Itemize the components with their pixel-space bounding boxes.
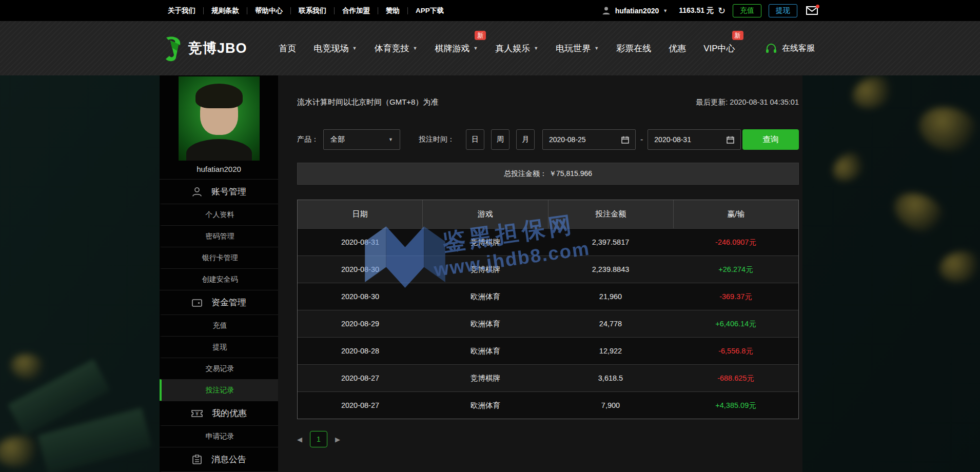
online-service[interactable]: 在线客服: [765, 43, 815, 54]
prev-page-icon[interactable]: ◀: [297, 436, 302, 443]
sidebar-item-security-code[interactable]: 创建安全码: [160, 268, 278, 290]
new-badge: 新: [732, 31, 743, 40]
avatar[interactable]: [179, 76, 260, 161]
logo-text: 竞博JBO: [188, 39, 247, 57]
product-select[interactable]: 全部 ▼: [323, 129, 400, 150]
withdraw-button[interactable]: 提现: [769, 4, 797, 17]
timezone-notice: 流水计算时间以北京时间（GMT+8）为准: [297, 97, 438, 107]
wallet-icon: [191, 297, 203, 308]
nav-item-sports[interactable]: 体育竞技▼: [374, 43, 417, 54]
sidebar-section-account[interactable]: 账号管理: [160, 179, 278, 204]
col-header-amount: 投注金额: [548, 200, 673, 228]
sidebar-section-announcements[interactable]: 消息公告: [160, 447, 278, 471]
table-row: 2020-08-31竞博棋牌2,397.5817-246.0907元: [298, 228, 798, 255]
sidebar-item-withdraw[interactable]: 提现: [160, 336, 278, 358]
sidebar-item-bank-cards[interactable]: 银行卡管理: [160, 247, 278, 268]
svg-text:¥: ¥: [195, 410, 199, 416]
calendar-icon: [727, 136, 734, 144]
date-to-input[interactable]: 2020-08-31: [648, 129, 741, 150]
balance-amount: 1163.51 元: [679, 6, 714, 15]
page-number[interactable]: 1: [310, 431, 327, 447]
chevron-down-icon[interactable]: ▼: [663, 8, 668, 13]
result-cell: +4,385.09元: [673, 401, 798, 410]
top-link-help[interactable]: 帮助中心: [247, 7, 291, 14]
result-cell: -6,556.8元: [673, 346, 798, 356]
user-icon: [601, 6, 611, 15]
top-link-rules[interactable]: 规则条款: [204, 7, 247, 14]
table-row: 2020-08-30欧洲体育21,960-369.37元: [298, 283, 798, 310]
search-button[interactable]: 查询: [742, 129, 799, 150]
top-link-sponsor[interactable]: 赞助: [378, 7, 408, 14]
content-wrapper: hufatian2020 账号管理 个人资料 密码管理 银行卡管理 创建安全码 …: [160, 75, 802, 472]
coupon-icon: ¥: [191, 408, 203, 419]
top-link-about[interactable]: 关于我们: [160, 7, 204, 14]
total-value: ￥75,815.966: [549, 169, 592, 179]
period-month-button[interactable]: 月: [516, 129, 535, 150]
result-cell: -246.0907元: [673, 238, 798, 247]
sidebar-section-promos[interactable]: ¥ 我的优惠: [160, 401, 278, 425]
calendar-icon: [621, 136, 629, 144]
sidebar-item-password[interactable]: 密码管理: [160, 225, 278, 247]
bet-time-label: 投注时间：: [419, 135, 455, 144]
chevron-down-icon: ▼: [388, 137, 393, 142]
deposit-button[interactable]: 充值: [733, 4, 761, 17]
sidebar-item-applications[interactable]: 申请记录: [160, 425, 278, 447]
notice-icon: [191, 454, 203, 465]
col-header-result: 赢/输: [673, 200, 798, 228]
result-cell: +26.274元: [673, 265, 798, 274]
chevron-down-icon: ▼: [594, 46, 599, 51]
nav-menu: 首页 电竞现场▼ 体育竞技▼ 棋牌游戏▼新 真人娱乐▼ 电玩世界▼ 彩票在线 优…: [279, 43, 735, 54]
nav-item-lottery[interactable]: 彩票在线: [616, 43, 651, 54]
nav-item-card-games[interactable]: 棋牌游戏▼新: [435, 43, 478, 54]
chevron-down-icon: ▼: [534, 46, 538, 51]
total-bet-bar: 总投注金额： ￥75,815.966: [297, 163, 799, 185]
result-cell: +6,406.14元: [673, 319, 798, 329]
sidebar-item-bet-records[interactable]: 投注记录: [160, 379, 278, 401]
bet-records-table: 日期 游戏 投注金额 赢/输 2020-08-31竞博棋牌2,397.5817-…: [297, 200, 799, 419]
top-link-app-download[interactable]: APP下载: [408, 7, 452, 14]
messages-icon[interactable]: [806, 6, 818, 15]
logo-icon: [160, 35, 184, 62]
new-badge: 新: [475, 31, 486, 40]
sidebar-item-profile[interactable]: 个人资料: [160, 204, 278, 225]
result-cell: -369.37元: [673, 292, 798, 302]
chevron-down-icon: ▼: [473, 46, 478, 51]
top-links: 关于我们 规则条款 帮助中心 联系我们 合作加盟 赞助 APP下载: [160, 7, 452, 14]
result-cell: -688.625元: [673, 373, 798, 383]
top-link-contact[interactable]: 联系我们: [291, 7, 335, 14]
period-week-button[interactable]: 周: [491, 129, 509, 150]
next-page-icon[interactable]: ▶: [335, 436, 340, 443]
site-logo[interactable]: 竞博JBO: [160, 35, 247, 62]
sidebar: hufatian2020 账号管理 个人资料 密码管理 银行卡管理 创建安全码 …: [160, 75, 278, 472]
sidebar-item-transactions[interactable]: 交易记录: [160, 358, 278, 379]
date-range-dash: -: [640, 135, 643, 144]
nav-item-vip[interactable]: VIP中心新: [703, 43, 735, 54]
chevron-down-icon: ▼: [352, 46, 357, 51]
refresh-balance-icon[interactable]: ↻: [718, 7, 726, 15]
col-header-date: 日期: [298, 200, 422, 228]
top-link-affiliate[interactable]: 合作加盟: [335, 7, 378, 14]
main-nav: 竞博JBO 首页 电竞现场▼ 体育竞技▼ 棋牌游戏▼新 真人娱乐▼ 电玩世界▼ …: [0, 21, 980, 75]
nav-item-esports-live[interactable]: 电竞现场▼: [314, 43, 357, 54]
nav-item-home[interactable]: 首页: [279, 43, 297, 54]
nav-item-promotions[interactable]: 优惠: [669, 43, 686, 54]
total-label: 总投注金额：: [504, 169, 547, 179]
period-day-button[interactable]: 日: [466, 129, 484, 150]
product-label: 产品：: [297, 135, 319, 144]
table-row: 2020-08-30竞博棋牌2,239.8843+26.274元: [298, 255, 798, 283]
date-from-input[interactable]: 2020-08-25: [542, 129, 636, 150]
nav-item-arcade[interactable]: 电玩世界▼: [556, 43, 599, 54]
sidebar-section-funds[interactable]: 资金管理: [160, 290, 278, 314]
table-body: 2020-08-31竞博棋牌2,397.5817-246.0907元 2020-…: [298, 228, 798, 419]
table-row: 2020-08-27欧洲体育7,900+4,385.09元: [298, 391, 798, 419]
sidebar-item-deposit[interactable]: 充值: [160, 314, 278, 336]
username[interactable]: hufatian2020: [615, 7, 659, 15]
filter-bar: 产品： 全部 ▼ 投注时间： 日 周 月 2020-08-25 - 2020-0…: [297, 129, 799, 150]
headset-icon: [765, 43, 777, 54]
nav-item-live-casino[interactable]: 真人娱乐▼: [495, 43, 538, 54]
sidebar-username: hufatian2020: [160, 161, 278, 179]
last-update-time: 最后更新: 2020-08-31 04:35:01: [696, 97, 799, 107]
pagination: ◀ 1 ▶: [297, 431, 802, 447]
table-row: 2020-08-28欧洲体育12,922-6,556.8元: [298, 337, 798, 364]
user-icon: [191, 186, 203, 198]
